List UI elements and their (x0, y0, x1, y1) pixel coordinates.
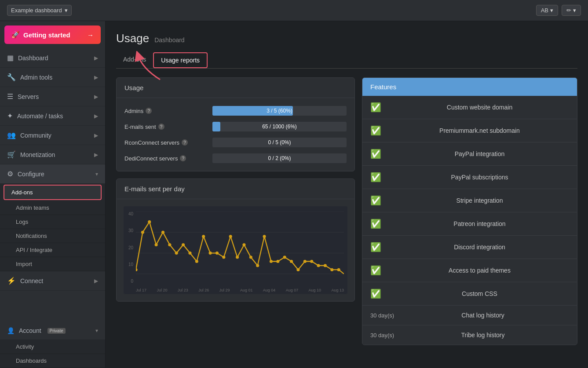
usage-row-dedi: DediConnect servers ? 0 / 2 (0%) (124, 153, 347, 163)
sidebar-item-admin-tools[interactable]: 🔧 Admin tools ▶ (0, 68, 105, 87)
svg-point-8 (155, 243, 158, 246)
activity-label: Activity (16, 343, 34, 350)
usage-bar-rcon: 0 / 5 (0%) (212, 138, 347, 147)
help-icon-emails[interactable]: ? (158, 124, 164, 130)
help-icon-dedi[interactable]: ? (180, 155, 186, 161)
svg-point-25 (270, 260, 273, 263)
help-icon-admins[interactable]: ? (146, 108, 152, 114)
usage-bar-dedi: 0 / 2 (0%) (212, 153, 347, 163)
dashboards-label: Dashboards (16, 357, 47, 364)
chevron-right-icon-admin: ▶ (94, 74, 98, 80)
help-icon-rcon[interactable]: ? (182, 139, 188, 146)
feature-row-patreon: ✅ Patreon integration (362, 212, 577, 236)
chart-line (136, 222, 344, 274)
tab-usage-reports[interactable]: Usage reports (153, 52, 208, 68)
private-badge: Private (47, 328, 66, 334)
topbar-right: AB ▾ ✏ ▾ (536, 5, 581, 16)
chevron-right-icon-connect: ▶ (94, 278, 98, 284)
usage-label-dedi: DediConnect servers ? (124, 155, 212, 162)
sidebar-item-community[interactable]: 👥 Community ▶ (0, 126, 105, 145)
svg-point-10 (168, 243, 171, 246)
sidebar-sub-item-notifications[interactable]: Notifications (0, 229, 105, 243)
x-label-aug04: Aug 04 (263, 288, 276, 292)
topbar-left: Example dashboard ▾ (7, 5, 72, 16)
sidebar-item-automate[interactable]: ✦ Automate / tasks ▶ (0, 106, 105, 126)
usage-bar-admins: 3 / 5 (60%) (212, 106, 347, 116)
chevron-right-icon-automate: ▶ (94, 113, 98, 119)
page-breadcrumb: Dashboard (154, 36, 185, 44)
y-label-0: 0 (124, 279, 133, 284)
tab-add-ons[interactable]: Add-ons (116, 52, 153, 69)
main-content: Usage Dashboard Add-ons Usage reports (106, 21, 588, 368)
usage-bar-text-rcon: 0 / 5 (0%) (212, 138, 347, 147)
page-title: Usage (116, 32, 149, 45)
community-icon: 👥 (7, 131, 16, 139)
check-icon-custom-domain: ✅ (370, 102, 381, 113)
chevron-down-icon-configure: ▾ (95, 171, 98, 177)
dashboard-selector[interactable]: Example dashboard ▾ (7, 5, 72, 16)
sidebar-account[interactable]: 👤 Account Private ▾ (0, 322, 105, 340)
sidebar-sub-item-logs[interactable]: Logs (0, 215, 105, 229)
feature-row-chat-history: 30 day(s) Chat log history (362, 306, 577, 325)
configure-submenu: Add-ons Admin teams Logs Notifications A… (0, 184, 105, 271)
sidebar-sub-item-dashboards[interactable]: Dashboards (0, 354, 105, 368)
features-header: Features (362, 78, 577, 96)
feature-row-paypal-subs: ✅ PayPal subscriptions (362, 166, 577, 189)
usage-bar-text-dedi: 0 / 2 (0%) (212, 153, 347, 163)
sidebar-item-monetization[interactable]: 🛒 Monetization ▶ (0, 145, 105, 164)
usage-bar-text-admins: 3 / 5 (60%) (212, 106, 347, 116)
sidebar-item-servers[interactable]: ☰ Servers ▶ (0, 87, 105, 106)
api-label: API / Integrate (16, 247, 52, 253)
sidebar-sub-item-import[interactable]: Import (0, 257, 105, 271)
feature-name-tribe-history: Tribe log history (397, 332, 569, 339)
chevron-right-icon-community: ▶ (94, 132, 98, 138)
y-label-20: 20 (124, 245, 133, 250)
feature-name-patreon: Patreon integration (390, 220, 569, 227)
svg-point-5 (136, 268, 138, 271)
features-card: Features ✅ Custom website domain ✅ Premi… (362, 77, 577, 345)
svg-point-7 (148, 220, 151, 223)
check-icon-paypal-subs: ✅ (370, 172, 381, 182)
sidebar-item-configure[interactable]: ⚙ Configure ▾ (0, 164, 105, 184)
feature-row-custom-css: ✅ Custom CSS (362, 282, 577, 306)
usage-row-rcon: RconConnect servers ? 0 / 5 (0%) (124, 138, 347, 147)
svg-point-17 (215, 251, 219, 255)
sidebar-sub-item-admin-teams[interactable]: Admin teams (0, 201, 105, 215)
usage-row-admins: Admins ? 3 / 5 (60%) (124, 106, 347, 116)
chart-card-header: E-mails sent per day (117, 179, 354, 199)
sidebar-item-dashboard[interactable]: ▦ Dashboard ▶ (0, 48, 105, 68)
sidebar-sub-item-addons[interactable]: Add-ons (4, 185, 102, 200)
y-label-40: 40 (124, 211, 133, 216)
svg-point-33 (324, 264, 327, 267)
getting-started-button[interactable]: 🚀 Getting started → (4, 26, 101, 44)
admin-teams-label: Admin teams (16, 204, 49, 211)
usage-label-emails: E-mails sent ? (124, 124, 212, 130)
feature-days-tribe: 30 day(s) (370, 332, 397, 339)
svg-point-34 (330, 268, 333, 271)
feature-row-tribe-history: 30 day(s) Tribe log history (362, 325, 577, 345)
check-icon-paid-themes: ✅ (370, 265, 381, 276)
chevron-down-icon-account: ▾ (95, 328, 98, 334)
sidebar-sub-item-api[interactable]: API / Integrate (0, 243, 105, 257)
x-label-aug01: Aug 01 (240, 288, 253, 292)
tabs: Add-ons Usage reports (116, 52, 577, 69)
feature-name-discord: Discord integration (390, 244, 569, 251)
account-label: Account (19, 327, 41, 334)
servers-icon: ☰ (7, 92, 13, 101)
sidebar-sub-item-activity[interactable]: Activity (0, 340, 105, 354)
notifications-label: Notifications (16, 233, 47, 239)
ab-button[interactable]: AB ▾ (536, 5, 558, 16)
feature-row-stripe: ✅ Stripe integration (362, 189, 577, 212)
left-column: Usage Admins ? (116, 77, 355, 345)
logs-label: Logs (16, 219, 28, 225)
dashboard-title: Example dashboard (11, 7, 62, 14)
chevron-down-icon-ab: ▾ (550, 7, 553, 14)
admin-tools-icon: 🔧 (7, 73, 16, 81)
svg-point-35 (337, 268, 340, 271)
y-label-10: 10 (124, 262, 133, 267)
feature-days-chat: 30 day(s) (370, 312, 397, 319)
sidebar-label-servers: Servers (18, 93, 39, 100)
edit-button[interactable]: ✏ ▾ (562, 5, 581, 16)
sidebar-item-connect[interactable]: ⚡ Connect ▶ (0, 271, 105, 291)
feature-name-chat-history: Chat log history (397, 312, 569, 319)
